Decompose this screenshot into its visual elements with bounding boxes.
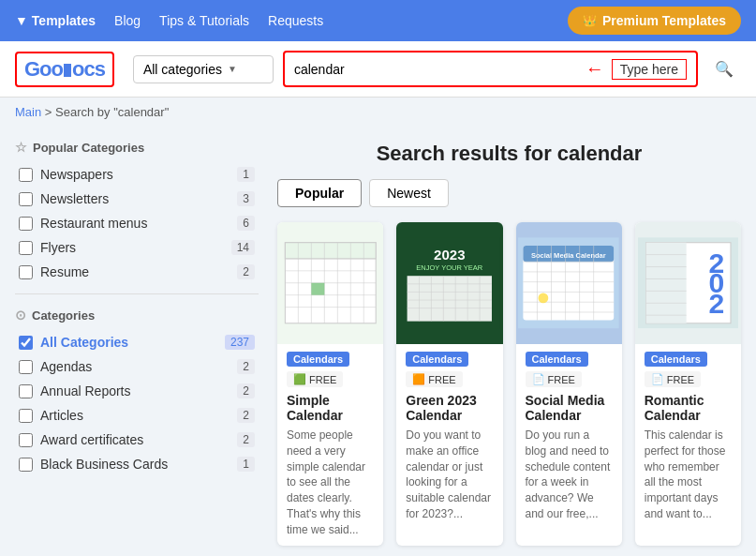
sidebar-item-label: Newsletters	[40, 191, 230, 206]
crown-icon: 👑	[583, 14, 597, 27]
nav-templates[interactable]: ▼ Templates	[15, 13, 96, 28]
premium-label: Premium Templates	[602, 13, 726, 28]
sidebar-item[interactable]: Resume 2	[15, 260, 259, 284]
card-body: Calendars 🟧 FREE Green 2023 Calendar Do …	[396, 344, 502, 530]
all-categories-checkbox[interactable]	[19, 336, 33, 350]
tag-icon: 🟧	[412, 373, 425, 385]
tag-category: Calendars	[645, 352, 707, 367]
card-social-media-calendar[interactable]: Social Media Calendar	[516, 222, 622, 546]
sidebar-item-count: 237	[225, 335, 255, 350]
search-area: Gooocs All categories ▼ ← Type here 🔍	[0, 41, 756, 98]
card-tags: Calendars 📄 FREE	[645, 352, 732, 387]
category-icon: ⊙	[15, 308, 26, 323]
tag-type-label: FREE	[309, 374, 336, 385]
sidebar-item[interactable]: Newsletters 3	[15, 187, 259, 211]
flyers-checkbox[interactable]	[19, 241, 33, 255]
tag-free: 🟩 FREE	[287, 371, 343, 387]
nav-blog[interactable]: Blog	[114, 13, 141, 28]
search-button[interactable]: 🔍	[707, 56, 741, 82]
svg-rect-13	[311, 283, 324, 295]
sidebar-item-label: Agendas	[40, 359, 230, 374]
svg-text:Social Media Calendar: Social Media Calendar	[531, 251, 606, 260]
sidebar-item-count: 2	[237, 408, 255, 423]
sidebar-item[interactable]: Agendas 2	[15, 354, 259, 379]
nav-blog-label: Blog	[114, 13, 141, 28]
page-title: Search results for calendar	[277, 142, 741, 166]
restaurant-menus-checkbox[interactable]	[19, 217, 33, 231]
sidebar-item-count: 2	[237, 264, 255, 279]
search-icon: 🔍	[715, 61, 734, 77]
chevron-down-icon: ▼	[228, 64, 237, 74]
svg-text:ENJOY YOUR YEAR: ENJOY YOUR YEAR	[416, 263, 483, 272]
tab-newest[interactable]: Newest	[369, 179, 449, 207]
breadcrumb-separator: >	[45, 105, 52, 119]
sidebar-item-label: Articles	[40, 408, 230, 423]
sidebar-item[interactable]: Flyers 14	[15, 235, 259, 260]
card-green-calendar[interactable]: 2023 ENJOY YOUR YEAR	[396, 222, 502, 546]
articles-checkbox[interactable]	[19, 409, 33, 423]
tag-type-label: FREE	[667, 374, 694, 385]
annual-reports-checkbox[interactable]	[19, 384, 33, 398]
sidebar-item[interactable]: Annual Reports 2	[15, 379, 259, 403]
tag-type-label: FREE	[428, 374, 455, 385]
card-tags: Calendars 🟩 FREE	[287, 352, 374, 387]
content-area: Search results for calendar Popular Newe…	[277, 127, 741, 546]
tag-free: 🟧 FREE	[406, 371, 462, 387]
category-select[interactable]: All categories ▼	[133, 55, 274, 83]
tag-icon: 🟩	[293, 373, 306, 385]
sidebar-item-count: 1	[237, 167, 255, 182]
logo: Gooocs	[15, 52, 114, 87]
tag-free: 📄 FREE	[645, 371, 701, 387]
premium-button[interactable]: 👑 Premium Templates	[568, 7, 741, 35]
card-thumbnail: Social Media Calendar	[516, 222, 622, 344]
card-tags: Calendars 📄 FREE	[526, 352, 613, 387]
card-thumbnail	[277, 222, 383, 344]
logo-docs: ocs	[72, 57, 105, 81]
card-simple-calendar[interactable]: Calendars 🟩 FREE Simple Calendar Some pe…	[277, 222, 383, 546]
black-business-cards-checkbox[interactable]	[19, 458, 33, 472]
tag-free: 📄 FREE	[526, 371, 582, 387]
card-tags: Calendars 🟧 FREE	[406, 352, 493, 387]
top-nav: ▼ Templates Blog Tips & Tutorials Reques…	[0, 0, 756, 41]
sidebar-item-count: 2	[237, 432, 255, 447]
sidebar-item-label: Newspapers	[40, 167, 230, 182]
search-input[interactable]	[294, 62, 578, 77]
tag-category: Calendars	[406, 352, 468, 367]
logo-cursor	[64, 64, 71, 77]
filter-tabs: Popular Newest	[277, 179, 741, 207]
sidebar-item[interactable]: Articles 2	[15, 403, 259, 428]
sidebar-item[interactable]: Award certificates 2	[15, 428, 259, 452]
svg-point-43	[539, 293, 549, 304]
nav-tips-label: Tips & Tutorials	[159, 13, 249, 28]
agendas-checkbox[interactable]	[19, 360, 33, 374]
sidebar-item[interactable]: Black Business Cards 1	[15, 452, 259, 476]
card-thumbnail: 2 0 2	[635, 222, 741, 344]
nav-requests-label: Requests	[268, 13, 323, 28]
breadcrumb-current: Search by "calendar"	[55, 105, 169, 119]
resume-checkbox[interactable]	[19, 265, 33, 279]
breadcrumb-main[interactable]: Main	[15, 105, 45, 119]
sidebar-item[interactable]: All Categories 237	[15, 330, 259, 354]
card-romantic-calendar[interactable]: 2 0 2 Calendars	[635, 222, 741, 546]
tab-popular[interactable]: Popular	[277, 179, 362, 207]
card-desc: This calendar is perfect for those who r…	[645, 428, 732, 522]
newspapers-checkbox[interactable]	[19, 168, 33, 182]
sidebar-item-label: Flyers	[40, 240, 224, 255]
nav-requests[interactable]: Requests	[268, 13, 323, 28]
sidebar-item[interactable]: Newspapers 1	[15, 162, 259, 187]
card-title: Green 2023 Calendar	[406, 393, 493, 423]
main-layout: ☆ Popular Categories Newspapers 1 Newsle…	[0, 127, 756, 556]
award-certificates-checkbox[interactable]	[19, 433, 33, 447]
card-body: Calendars 📄 FREE Romantic Calendar This …	[635, 344, 741, 530]
newsletters-checkbox[interactable]	[19, 192, 33, 206]
svg-text:2: 2	[708, 288, 724, 319]
nav-tips[interactable]: Tips & Tutorials	[159, 13, 249, 28]
sidebar-item[interactable]: Restaurant menus 6	[15, 211, 259, 235]
tab-popular-label: Popular	[295, 186, 344, 201]
search-input-wrapper: ← Type here	[283, 51, 698, 87]
card-desc: Do you run a blog and need to schedule c…	[526, 428, 613, 522]
breadcrumb-main-label: Main	[15, 105, 41, 119]
popular-categories-title: ☆ Popular Categories	[15, 140, 259, 155]
cards-grid: Calendars 🟩 FREE Simple Calendar Some pe…	[277, 222, 741, 546]
sidebar-item-label: Resume	[40, 264, 230, 279]
